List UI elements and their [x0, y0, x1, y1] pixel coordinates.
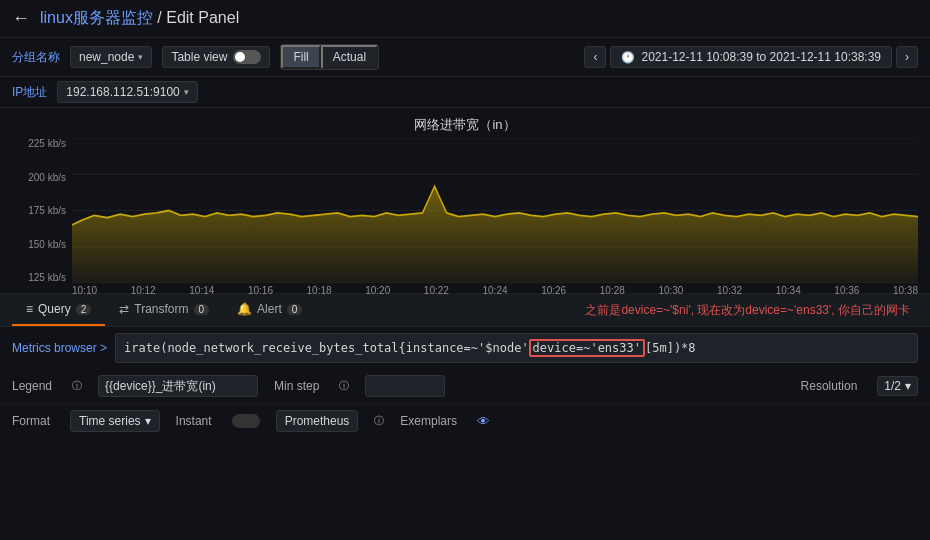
prometheus-label: Prometheus	[276, 410, 359, 432]
breadcrumb-link[interactable]: linux服务器监控	[40, 9, 153, 26]
chart-area: 网络进带宽（in） 225 kb/s 200 kb/s 175 kb/s 150…	[0, 108, 930, 293]
query-input[interactable]: irate(node_network_receive_bytes_total{i…	[115, 333, 918, 363]
header: ← linux服务器监控 / Edit Panel	[0, 0, 930, 38]
min-step-input[interactable]	[365, 375, 445, 397]
back-button[interactable]: ←	[12, 8, 30, 29]
transform-icon: ⇄	[119, 302, 129, 316]
group-label: 分组名称	[12, 49, 60, 66]
y-axis-label: 150 kb/s	[28, 239, 66, 250]
annotation-text: 之前是device=~'$ni', 现在改为device=~'ens33', 你…	[585, 302, 910, 319]
time-prev-button[interactable]: ‹	[584, 46, 606, 68]
time-range-controls: ‹ 🕐 2021-12-11 10:08:39 to 2021-12-11 10…	[584, 46, 918, 68]
query-section: ≡ Query 2 ⇄ Transform 0 🔔 Alert 0 之前是dev…	[0, 293, 930, 438]
min-step-info-icon[interactable]: ⓘ	[339, 379, 349, 393]
options-row: Legend ⓘ Min step ⓘ Resolution 1/2 ▾	[0, 369, 930, 403]
prometheus-info-icon[interactable]: ⓘ	[374, 414, 384, 428]
table-view-toggle[interactable]: Table view	[162, 46, 270, 68]
format-row: Format Time series ▾ Instant Prometheus …	[0, 403, 930, 438]
legend-label: Legend	[12, 379, 52, 393]
query-row: Metrics browser > irate(node_network_rec…	[0, 327, 930, 369]
y-axis-label: 125 kb/s	[28, 272, 66, 283]
time-range-button[interactable]: 🕐 2021-12-11 10:08:39 to 2021-12-11 10:3…	[610, 46, 892, 68]
format-label: Format	[12, 414, 50, 428]
format-value: Time series	[79, 414, 141, 428]
y-axis: 225 kb/s 200 kb/s 175 kb/s 150 kb/s 125 …	[12, 138, 72, 283]
min-step-label: Min step	[274, 379, 319, 393]
resolution-value: 1/2	[884, 379, 901, 393]
tab-query-label: Query	[38, 302, 71, 316]
chevron-down-icon: ▾	[145, 414, 151, 428]
metrics-browser-button[interactable]: Metrics browser >	[12, 341, 107, 355]
legend-info-icon[interactable]: ⓘ	[72, 379, 82, 393]
query-suffix: [5m])*8	[645, 341, 696, 355]
resolution-label: Resolution	[801, 379, 858, 393]
toolbar-row2: IP地址 192.168.112.51:9100 ▾	[0, 77, 930, 108]
time-range-text: 2021-12-11 10:08:39 to 2021-12-11 10:38:…	[641, 50, 881, 64]
fill-button[interactable]: Fill	[281, 45, 320, 69]
transform-badge: 0	[194, 304, 210, 315]
y-axis-label: 225 kb/s	[28, 138, 66, 149]
query-tabs: ≡ Query 2 ⇄ Transform 0 🔔 Alert 0 之前是dev…	[0, 294, 930, 327]
toggle-switch[interactable]	[233, 50, 261, 64]
chevron-down-icon: ▾	[905, 379, 911, 393]
alert-icon: 🔔	[237, 302, 252, 316]
toolbar-row1: 分组名称 new_node ▾ Table view Fill Actual ‹…	[0, 38, 930, 77]
chart-inner	[72, 138, 918, 283]
instant-label: Instant	[176, 414, 212, 428]
actual-button[interactable]: Actual	[321, 45, 378, 69]
query-prefix: irate(node_network_receive_bytes_total{i…	[124, 341, 529, 355]
query-icon: ≡	[26, 302, 33, 316]
tab-alert-label: Alert	[257, 302, 282, 316]
ip-dropdown[interactable]: 192.168.112.51:9100 ▾	[57, 81, 197, 103]
time-next-button[interactable]: ›	[896, 46, 918, 68]
tab-transform-label: Transform	[134, 302, 188, 316]
alert-badge: 0	[287, 304, 303, 315]
chevron-down-icon: ▾	[184, 87, 189, 97]
query-badge: 2	[76, 304, 92, 315]
chart-title: 网络进带宽（in）	[12, 116, 918, 134]
tab-alert[interactable]: 🔔 Alert 0	[223, 294, 316, 326]
instant-toggle[interactable]	[232, 414, 260, 428]
exemplars-eye-icon[interactable]: 👁	[477, 414, 490, 429]
format-dropdown[interactable]: Time series ▾	[70, 410, 160, 432]
page-title: linux服务器监控 / Edit Panel	[40, 8, 239, 29]
clock-icon: 🕐	[621, 51, 635, 64]
query-highlight: device=~'ens33'	[529, 339, 645, 357]
chevron-down-icon: ▾	[138, 52, 143, 62]
y-axis-label: 175 kb/s	[28, 205, 66, 216]
group-dropdown[interactable]: new_node ▾	[70, 46, 152, 68]
table-view-label: Table view	[171, 50, 227, 64]
legend-input[interactable]	[98, 375, 258, 397]
tab-query[interactable]: ≡ Query 2	[12, 294, 105, 326]
resolution-dropdown[interactable]: 1/2 ▾	[877, 376, 918, 396]
ip-label: IP地址	[12, 84, 47, 101]
exemplars-label: Exemplars	[400, 414, 457, 428]
tab-transform[interactable]: ⇄ Transform 0	[105, 294, 223, 326]
y-axis-label: 200 kb/s	[28, 172, 66, 183]
fill-actual-group: Fill Actual	[280, 44, 379, 70]
